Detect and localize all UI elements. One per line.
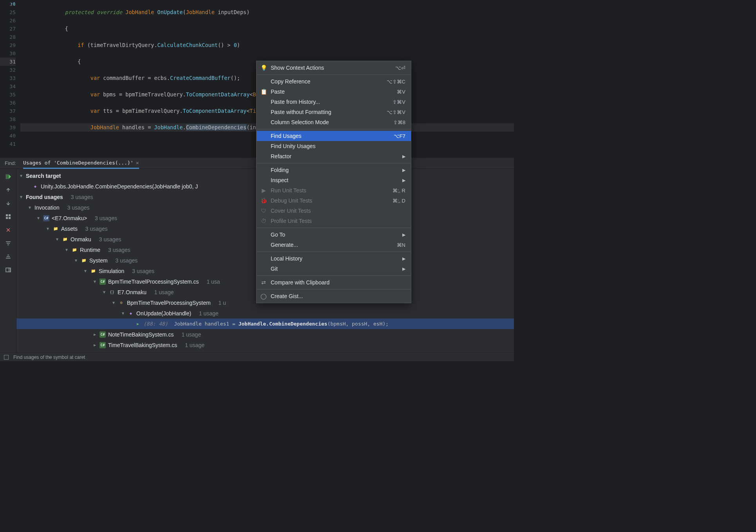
ctx-copy-reference[interactable]: Copy Reference⌥⇧⌘C xyxy=(257,76,411,87)
group-count: 3 usages xyxy=(67,204,90,211)
prev-icon[interactable] xyxy=(4,185,13,195)
method-count: 1 usage xyxy=(199,310,219,317)
usage-post: (bpmsH, possH, esH); xyxy=(327,321,389,327)
item-label: Paste without Formatting xyxy=(271,109,383,115)
preview-icon[interactable] xyxy=(4,265,13,275)
file-count: 1 usa xyxy=(206,279,220,285)
separator xyxy=(257,228,411,228)
file-label: BpmTimeTravelProcessingSystem.cs xyxy=(108,279,199,285)
ctx-compare-clipboard[interactable]: ⇄Compare with Clipboard xyxy=(257,277,411,288)
folder-count: 3 usages xyxy=(85,226,108,232)
close-icon[interactable]: ✕ xyxy=(136,160,139,166)
rerun-icon[interactable] xyxy=(4,172,13,181)
ident: timeTravelDirtyQuery xyxy=(90,42,154,48)
github-icon: ◯ xyxy=(260,293,267,299)
keyword-if: if xyxy=(78,42,84,48)
submenu-arrow-icon: ▶ xyxy=(402,256,405,261)
separator xyxy=(257,129,411,129)
ident: commandBuffer xyxy=(103,75,145,81)
csharp-file-icon: C# xyxy=(99,342,106,348)
usage-pre: JobHandle handles1 = xyxy=(174,321,238,327)
type: JobHandle xyxy=(154,124,183,130)
ctx-find-unity-usages[interactable]: Find Unity Usages xyxy=(257,141,411,151)
ident: bpmTimeTravelQuery xyxy=(122,108,179,114)
context-menu[interactable]: 💡Show Context Actions⌥⏎ Copy Reference⌥⇧… xyxy=(256,61,411,303)
submenu-arrow-icon: ▶ xyxy=(402,154,405,159)
ctx-git[interactable]: Git▶ xyxy=(257,264,411,274)
group-icon[interactable] xyxy=(4,212,13,221)
ident: tts xyxy=(103,108,112,114)
find-toolbar xyxy=(0,169,16,353)
item-label: Inspect xyxy=(271,177,398,183)
ctx-paste-history[interactable]: Paste from History...⇧⌘V xyxy=(257,97,411,107)
param-type: JobHandle xyxy=(186,9,215,15)
item-shortcut: ⌘N xyxy=(397,242,405,248)
method-icon: ◆ xyxy=(128,310,134,317)
ctx-folding[interactable]: Folding▶ xyxy=(257,165,411,175)
item-label: Copy Reference xyxy=(271,78,383,85)
item-label: Generate... xyxy=(271,242,393,248)
usage-row-selected[interactable]: ▶(88: 48) JobHandle handles1 = JobHandle… xyxy=(16,318,514,329)
item-label: Find Usages xyxy=(271,133,390,139)
item-shortcut: ⌥⇧⌘C xyxy=(387,79,405,85)
svg-rect-3 xyxy=(9,217,11,219)
item-label: Show Context Actions xyxy=(271,65,391,71)
ctx-refactor[interactable]: Refactor▶ xyxy=(257,151,411,161)
file-row[interactable]: ▶C#NoteTimeBakingSystem.cs 1 usage xyxy=(16,329,514,340)
ctx-inspect[interactable]: Inspect▶ xyxy=(257,175,411,185)
ctx-paste[interactable]: 📋Paste⌘V xyxy=(257,87,411,97)
folder-count: 3 usages xyxy=(116,257,138,264)
item-label: Run Unit Tests xyxy=(271,187,389,194)
module-label: <E7.Onmaku> xyxy=(52,215,87,221)
ctx-create-gist[interactable]: ◯Create Gist... xyxy=(257,291,411,301)
find-label: Find: xyxy=(5,160,16,166)
ctx-local-history[interactable]: Local History▶ xyxy=(257,253,411,264)
ctx-find-usages[interactable]: Find Usages⌥F7 xyxy=(257,131,411,141)
ns-count: 1 usage xyxy=(154,289,174,295)
usage-location: (88: 48) xyxy=(143,321,168,327)
collapse-icon[interactable] xyxy=(4,252,13,261)
find-tab[interactable]: Usages of 'CombineDependencies(...)' ✕ xyxy=(23,158,139,169)
ctx-show-context-actions[interactable]: 💡Show Context Actions⌥⏎ xyxy=(257,63,411,73)
file-row[interactable]: ▶C#TimeTravelBakingSystem.cs 1 usage xyxy=(16,340,514,350)
item-label: Paste from History... xyxy=(271,99,389,105)
method-icon: ◆ xyxy=(32,183,38,190)
paste-icon: 📋 xyxy=(260,89,267,95)
number: 0 xyxy=(234,42,237,48)
file-label: TimeTravelBakingSystem.cs xyxy=(108,342,177,348)
ident: bpmTimeTravelQuery xyxy=(125,91,183,98)
file-count: 1 usage xyxy=(185,342,204,348)
folder-label: Assets xyxy=(61,226,78,232)
shield-icon: 🛡 xyxy=(260,208,267,214)
item-shortcut: ⌘V xyxy=(397,89,405,95)
editor-gutter: ↑0 24 25 26 27 28 29 30 31 32 33 34 35 3… xyxy=(0,0,19,158)
expand-icon[interactable] xyxy=(4,239,13,248)
ctx-column-select[interactable]: Column Selection Mode⇧⌘8 xyxy=(257,117,411,127)
compare-icon: ⇄ xyxy=(260,279,267,286)
next-icon[interactable] xyxy=(4,199,13,208)
module-icon: C# xyxy=(43,215,49,221)
svg-rect-0 xyxy=(6,214,8,216)
item-shortcut: ⌥⇧⌘V xyxy=(387,109,405,115)
run-icon: ▶ xyxy=(260,187,267,194)
item-label: Git xyxy=(271,266,398,272)
clock-icon: ⏱ xyxy=(260,218,267,224)
item-label: Cover Unit Tests xyxy=(271,208,405,214)
ns-label: E7.Onmaku xyxy=(118,289,146,295)
separator xyxy=(257,74,411,75)
status-bar: Find usages of the symbol at caret xyxy=(0,353,514,361)
merge-icon[interactable] xyxy=(4,225,13,235)
ctx-goto[interactable]: Go To▶ xyxy=(257,230,411,240)
method-call-selected: CombineDependencies xyxy=(186,124,246,130)
method-call: ToComponentDataArray xyxy=(183,108,247,114)
ctx-generate[interactable]: Generate...⌘N xyxy=(257,240,411,250)
item-label: Local History xyxy=(271,255,398,262)
method-row[interactable]: ▼◆OnUpdate(JobHandle) 1 usage xyxy=(16,308,514,318)
found-label: Found usages xyxy=(26,194,63,200)
csharp-file-icon: C# xyxy=(99,279,106,285)
item-shortcut: ⌥⏎ xyxy=(395,65,405,71)
separator xyxy=(257,252,411,252)
ctx-paste-no-format[interactable]: Paste without Formatting⌥⇧⌘V xyxy=(257,107,411,117)
separator xyxy=(257,289,411,290)
item-label: Paste xyxy=(271,89,393,95)
